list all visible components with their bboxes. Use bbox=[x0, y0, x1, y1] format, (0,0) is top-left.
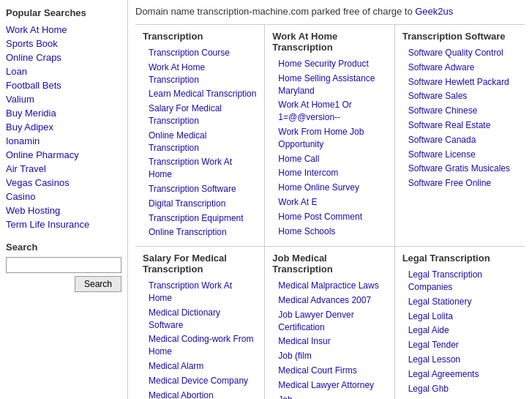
category-link[interactable]: Medical Insur bbox=[272, 335, 386, 349]
top-bar-link[interactable]: Geek2us bbox=[415, 6, 453, 17]
search-input[interactable] bbox=[6, 257, 121, 273]
category-link[interactable]: Medical Dictionary Software bbox=[143, 306, 257, 333]
category-link[interactable]: Legal Lolita bbox=[402, 310, 517, 324]
category-link[interactable]: Legal Stationery bbox=[402, 295, 517, 310]
sidebar-link[interactable]: Casino bbox=[6, 190, 121, 204]
sidebar-link[interactable]: Ionamin bbox=[6, 134, 121, 148]
category-link[interactable]: Transcription Work At Home bbox=[143, 155, 257, 182]
sidebar-link[interactable]: Air Travel bbox=[6, 162, 121, 176]
sidebar-link[interactable]: Online Craps bbox=[6, 51, 121, 64]
category-link[interactable]: Job (film bbox=[272, 349, 386, 364]
category-link[interactable]: Job Lawyer Denver Certification bbox=[272, 308, 386, 335]
sidebar-link[interactable]: Vegas Casinos bbox=[6, 176, 121, 190]
category-link[interactable]: Salary For Medical Transcription bbox=[143, 102, 257, 129]
category-link[interactable]: Home Schools bbox=[272, 225, 386, 239]
category-link[interactable]: Home Security Product bbox=[272, 57, 386, 72]
sidebar-link[interactable]: Web Hosting bbox=[6, 204, 121, 217]
category-link[interactable]: Software Canada bbox=[402, 133, 517, 148]
category-link[interactable]: Online Medical Transcription bbox=[143, 129, 257, 156]
category-link[interactable]: Medical Court Firms bbox=[272, 364, 386, 379]
category-section: Job Medical TranscriptionMedical Malprac… bbox=[265, 247, 394, 399]
category-link[interactable]: Learn Medical Transcription bbox=[143, 87, 257, 102]
sidebar-link[interactable]: Buy Meridia bbox=[6, 106, 121, 120]
category-title: Transcription Software bbox=[402, 31, 517, 42]
category-link[interactable]: Software Free Online bbox=[402, 176, 517, 191]
category-link[interactable]: Medical Abortion bbox=[143, 389, 257, 399]
page-wrapper: Popular Searches Work At HomeSports Book… bbox=[0, 0, 532, 399]
category-grid: TranscriptionTranscription CourseWork At… bbox=[135, 24, 525, 399]
category-link[interactable]: Software License bbox=[402, 148, 517, 163]
popular-searches-heading: Popular Searches bbox=[6, 7, 121, 18]
category-link[interactable]: Medical Advances 2007 bbox=[272, 294, 386, 308]
category-link[interactable]: Legal Agreements bbox=[402, 368, 517, 382]
category-link[interactable]: Legal Lesson bbox=[402, 353, 517, 368]
category-link[interactable]: Transcription Software bbox=[143, 182, 257, 197]
category-link[interactable]: Software Adware bbox=[402, 61, 517, 75]
category-link[interactable]: Software Hewlett Packard bbox=[402, 75, 517, 90]
category-link[interactable]: Work At Home Transcription bbox=[143, 61, 257, 88]
search-section: Search Search bbox=[6, 242, 121, 292]
category-link[interactable]: Home Selling Assistance Maryland bbox=[272, 72, 386, 99]
category-link[interactable]: Work From Home Job Opportunity bbox=[272, 125, 386, 152]
category-links: Medical Malpractice LawsMedical Advances… bbox=[272, 279, 386, 399]
search-button[interactable]: Search bbox=[75, 276, 121, 292]
sidebar-links: Work At HomeSports BookOnline CrapsLoanF… bbox=[6, 23, 121, 231]
category-title: Work At Home Transcription bbox=[272, 31, 386, 53]
category-link[interactable]: Medical Device Company bbox=[143, 374, 257, 389]
category-links: Transcription CourseWork At Home Transcr… bbox=[143, 46, 257, 240]
category-title: Legal Transcription bbox=[402, 253, 517, 264]
category-link[interactable]: Medical Malpractice Laws bbox=[272, 279, 386, 294]
category-link[interactable]: Software Quality Control bbox=[402, 46, 517, 61]
category-section: TranscriptionTranscription CourseWork At… bbox=[135, 25, 265, 247]
category-link[interactable]: Digital Transcription bbox=[143, 197, 257, 212]
sidebar-link[interactable]: Buy Adipex bbox=[6, 120, 121, 134]
category-link[interactable]: Legal Tender bbox=[402, 338, 517, 353]
category-links: Legal Transcription CompaniesLegal Stati… bbox=[402, 268, 517, 396]
category-link[interactable]: Medical Lawyer Attorney bbox=[272, 379, 386, 393]
category-link[interactable]: Software Chinese bbox=[402, 104, 517, 119]
category-links: Software Quality ControlSoftware AdwareS… bbox=[402, 46, 517, 191]
search-heading: Search bbox=[6, 242, 121, 253]
category-link[interactable]: Legal Aide bbox=[402, 324, 517, 338]
category-title: Job Medical Transcription bbox=[272, 253, 386, 275]
category-link[interactable]: Legal Ghb bbox=[402, 382, 517, 397]
category-link[interactable]: Home Intercom bbox=[272, 166, 386, 181]
sidebar-link[interactable]: Valium bbox=[6, 92, 121, 106]
category-title: Transcription bbox=[143, 31, 257, 42]
category-link[interactable]: Job Descriptioncdepartment bbox=[272, 393, 386, 399]
top-bar: Domain name transcription-machine.com pa… bbox=[135, 6, 525, 17]
category-link[interactable]: Online Transcription bbox=[143, 225, 257, 240]
category-link[interactable]: Work At Home1 Or 1=@@version-- bbox=[272, 98, 386, 125]
top-bar-text: Domain name transcription-machine.com pa… bbox=[135, 6, 415, 17]
sidebar-link[interactable]: Sports Book bbox=[6, 37, 121, 51]
category-section: Transcription SoftwareSoftware Quality C… bbox=[395, 25, 525, 247]
category-link[interactable]: Medical Coding-work From Home bbox=[143, 332, 257, 359]
category-link[interactable]: Transcription Course bbox=[143, 46, 257, 61]
category-section: Legal TranscriptionLegal Transcription C… bbox=[395, 247, 525, 399]
category-link[interactable]: Work At E bbox=[272, 195, 386, 210]
sidebar-link[interactable]: Work At Home bbox=[6, 23, 121, 37]
category-link[interactable]: Home Post Comment bbox=[272, 210, 386, 225]
sidebar-link[interactable]: Online Pharmacy bbox=[6, 148, 121, 162]
category-section: Work At Home TranscriptionHome Security … bbox=[265, 25, 394, 247]
sidebar-link[interactable]: Term Life Insurance bbox=[6, 217, 121, 231]
sidebar: Popular Searches Work At HomeSports Book… bbox=[0, 0, 128, 399]
category-title: Salary For Medical Transcription bbox=[143, 253, 257, 275]
category-link[interactable]: Transcription Equipment bbox=[143, 212, 257, 226]
sidebar-link[interactable]: Loan bbox=[6, 64, 121, 78]
category-link[interactable]: Home Online Survey bbox=[272, 181, 386, 195]
category-link[interactable]: Home Call bbox=[272, 152, 386, 167]
category-link[interactable]: Software Real Estate bbox=[402, 119, 517, 133]
category-link[interactable]: Software Sales bbox=[402, 89, 517, 104]
category-link[interactable]: Software Gratis Musicales bbox=[402, 162, 517, 176]
category-links: Home Security ProductHome Selling Assist… bbox=[272, 57, 386, 239]
category-links: Transcription Work At HomeMedical Dictio… bbox=[143, 279, 257, 399]
sidebar-link[interactable]: Football Bets bbox=[6, 78, 121, 92]
category-link[interactable]: Medical Alarm bbox=[143, 359, 257, 374]
category-section: Salary For Medical TranscriptionTranscri… bbox=[135, 247, 265, 399]
category-link[interactable]: Transcription Work At Home bbox=[143, 279, 257, 306]
category-link[interactable]: Legal Transcription Companies bbox=[402, 268, 517, 295]
main-content: Domain name transcription-machine.com pa… bbox=[128, 0, 532, 399]
